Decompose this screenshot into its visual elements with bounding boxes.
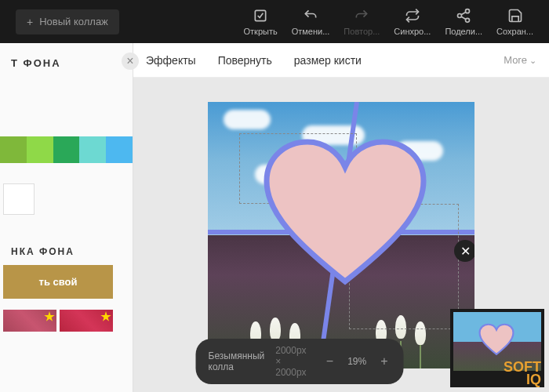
sidebar-title-background: Т ФОНА <box>0 49 133 77</box>
canvas-viewport[interactable]: ✕ Безымянный колла 2000px × 2000px − 19%… <box>133 78 549 392</box>
close-sidebar-button[interactable]: × <box>122 53 139 70</box>
color-swatch[interactable] <box>0 136 27 163</box>
premium-badge-icon <box>44 311 55 322</box>
minimap[interactable]: SOFT IQ <box>450 309 544 387</box>
open-button[interactable]: Открыть <box>243 8 277 36</box>
undo-button[interactable]: Отмени... <box>292 8 330 36</box>
rotate-tool[interactable]: Повернуть <box>218 54 272 67</box>
texture-list <box>0 299 133 343</box>
premium-badge-icon <box>100 311 111 322</box>
upload-own-button[interactable]: ть свой <box>3 265 113 299</box>
color-swatch-white[interactable] <box>3 183 35 215</box>
watermark: SOFT IQ <box>504 361 541 386</box>
close-icon: ✕ <box>460 244 471 259</box>
content-area: Эффекты Повернуть размер кисти More <box>133 43 549 392</box>
heart-outline <box>260 136 430 289</box>
color-swatch[interactable] <box>27 136 53 163</box>
color-swatch[interactable] <box>53 136 80 163</box>
canvas-dimensions: 2000px × 2000px <box>275 345 312 378</box>
zoom-level: 19% <box>347 356 366 367</box>
save-button[interactable]: Сохран... <box>496 8 533 36</box>
collage-canvas[interactable]: ✕ <box>208 102 474 368</box>
minimap-heart-icon <box>478 323 515 356</box>
sync-icon <box>405 8 420 24</box>
undo-icon <box>303 8 318 24</box>
zoom-in-button[interactable]: + <box>377 354 391 368</box>
color-swatch[interactable] <box>106 136 133 163</box>
svg-point-2 <box>458 13 462 17</box>
new-collage-label: Новый коллаж <box>39 16 108 27</box>
texture-swatch[interactable] <box>60 310 113 332</box>
redo-button[interactable]: Повтор... <box>344 8 380 36</box>
sidebar-title-pattern: НКА ФОНА <box>0 215 133 265</box>
heart-shape-cell[interactable] <box>267 142 424 283</box>
plus-icon: + <box>27 16 33 28</box>
top-actions-group: Открыть Отмени... Повтор... Синхро... По… <box>243 8 533 36</box>
svg-point-3 <box>466 18 470 22</box>
status-bar: Безымянный колла 2000px × 2000px − 19% + <box>196 339 404 384</box>
texture-swatch[interactable] <box>3 310 56 332</box>
document-title: Безымянный колла <box>209 350 265 372</box>
effects-tool[interactable]: Эффекты <box>146 54 196 67</box>
more-dropdown[interactable]: More <box>504 54 536 66</box>
svg-point-1 <box>466 9 470 13</box>
close-icon: × <box>126 54 133 68</box>
share-button[interactable]: Подели... <box>445 8 482 36</box>
color-swatches <box>0 132 133 168</box>
redo-icon <box>354 8 369 24</box>
open-icon <box>253 8 268 24</box>
sync-button[interactable]: Синхро... <box>394 8 431 36</box>
color-swatch[interactable] <box>79 136 106 163</box>
save-icon <box>507 8 523 24</box>
svg-line-4 <box>461 12 466 14</box>
top-toolbar: + Новый коллаж Открыть Отмени... Повтор.… <box>0 0 549 43</box>
main-area: Т ФОНА × НКА ФОНА ть свой Эффекты <box>0 43 549 392</box>
delete-cell-button[interactable]: ✕ <box>454 240 474 262</box>
zoom-out-button[interactable]: − <box>323 354 336 368</box>
share-icon <box>456 8 471 24</box>
sidebar-panel: Т ФОНА × НКА ФОНА ть свой <box>0 43 133 392</box>
brush-size-tool[interactable]: размер кисти <box>294 54 362 67</box>
svg-line-5 <box>461 16 466 19</box>
new-collage-button[interactable]: + Новый коллаж <box>16 9 119 34</box>
sub-toolbar: Эффекты Повернуть размер кисти More <box>133 43 549 78</box>
